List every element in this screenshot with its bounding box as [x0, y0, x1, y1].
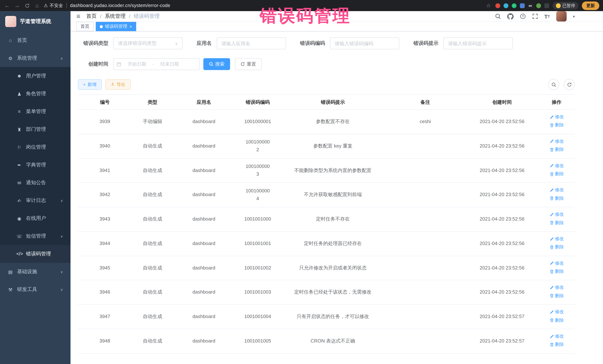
- close-icon[interactable]: ×: [129, 24, 132, 29]
- update-button[interactable]: 更新: [582, 1, 599, 10]
- github-icon[interactable]: [507, 13, 513, 20]
- delete-link[interactable]: 删除: [549, 219, 564, 226]
- sidebar-item-dictionary[interactable]: ✒字典管理: [0, 156, 70, 174]
- sidebar-item-label: 短信管理: [26, 233, 46, 240]
- sidebar-item-dev-tools[interactable]: ⚒研发工具∨: [0, 281, 70, 298]
- refresh-table-button[interactable]: [564, 79, 575, 90]
- cell-code: 1001000004: [234, 183, 281, 207]
- extension-on-badge-icon[interactable]: on: [528, 3, 533, 8]
- date-range-picker[interactable]: -: [113, 58, 200, 70]
- fullscreen-icon[interactable]: [532, 13, 538, 19]
- sidebar-item-notice[interactable]: ✉通知公告: [0, 174, 70, 192]
- extension-leaf-icon[interactable]: [536, 3, 541, 8]
- logo-row[interactable]: 芋道管理系统: [0, 11, 70, 32]
- sidebar-item-gear[interactable]: ⚙系统管理∧: [0, 49, 70, 67]
- extension-red-icon[interactable]: [495, 3, 500, 8]
- hamburger-icon[interactable]: ≡: [76, 12, 80, 20]
- sidebar-item-error-code[interactable]: </>错误码管理: [0, 245, 70, 263]
- delete-link[interactable]: 删除: [549, 170, 564, 177]
- sidebar-item-audit-log[interactable]: ✍审计日志∨: [0, 192, 70, 210]
- table-row: 3944自动生成dashboard1001001001定时任务的处理器已经存在2…: [78, 232, 575, 256]
- breadcrumb-item-home[interactable]: 首页: [86, 13, 97, 20]
- extension-green-check-icon[interactable]: ✓: [511, 3, 516, 8]
- cell-actions: 修改删除: [538, 134, 575, 158]
- cell-type: 自动生成: [132, 280, 173, 305]
- sidebar-item-sms[interactable]: ☏短信管理∨: [0, 227, 70, 245]
- sidebar-item-label: 部门管理: [26, 126, 46, 133]
- tab-home[interactable]: 首页: [76, 22, 93, 31]
- extension-pin-icon[interactable]: [544, 3, 549, 8]
- delete-link[interactable]: 删除: [549, 317, 564, 324]
- delete-link[interactable]: 删除: [549, 244, 564, 251]
- extension-teal-icon[interactable]: [503, 3, 508, 8]
- cell-type: 自动生成: [132, 305, 173, 329]
- back-icon[interactable]: ←: [4, 3, 10, 9]
- cell-id: 3942: [78, 183, 132, 207]
- paused-badge[interactable]: 已暂停: [552, 2, 579, 10]
- column-header: 创建时间: [466, 95, 538, 110]
- home-icon[interactable]: ⌂: [34, 3, 40, 9]
- tab-error-code[interactable]: 错误码管理 ×: [96, 22, 136, 31]
- security-warning[interactable]: ⚠ 不安全: [44, 2, 63, 9]
- font-size-icon[interactable]: TT: [544, 13, 550, 20]
- sidebar-item-home[interactable]: ⌂首页: [0, 32, 70, 49]
- cell-type: 自动生成: [132, 232, 173, 256]
- reset-button[interactable]: 重置: [235, 58, 262, 70]
- delete-link[interactable]: 删除: [549, 268, 564, 275]
- extension-blue-grid-icon[interactable]: [520, 3, 524, 8]
- edit-link[interactable]: 修改: [549, 162, 564, 169]
- delete-link[interactable]: 删除: [549, 341, 564, 348]
- edit-link[interactable]: 修改: [549, 333, 564, 340]
- breadcrumb: 首页 / 系统管理 / 错误码管理: [86, 13, 160, 20]
- error-code-input[interactable]: [330, 37, 399, 49]
- delete-link[interactable]: 删除: [549, 122, 564, 129]
- table-row: 3945自动生成dashboard1001001002只允许修改为开启或者关闭状…: [78, 256, 575, 280]
- bookmark-star-icon[interactable]: ☆: [485, 3, 492, 9]
- department-icon: ♜: [16, 127, 22, 132]
- breadcrumb-item-system[interactable]: 系统管理: [105, 13, 126, 20]
- avatar[interactable]: [556, 11, 567, 22]
- cell-code: 1001001005: [234, 329, 281, 353]
- sidebar-item-label: 研发工具: [17, 286, 37, 293]
- error-type-select[interactable]: 请选择错误码类型 ∨: [113, 37, 183, 49]
- sidebar-item-department[interactable]: ♜部门管理: [0, 121, 70, 138]
- sidebar-item-infrastructure[interactable]: ▤基础设施∨: [0, 263, 70, 281]
- edit-link[interactable]: 修改: [549, 187, 564, 194]
- url-bar[interactable]: dashboard.yudao.iocoder.cn/system/error-…: [70, 3, 170, 8]
- sidebar-item-online-user[interactable]: ◉在线用户: [0, 210, 70, 227]
- toggle-search-button[interactable]: [548, 79, 559, 90]
- tags-view: 首页 错误码管理 ×: [70, 22, 603, 32]
- delete-link[interactable]: 删除: [549, 146, 564, 153]
- sidebar-item-user[interactable]: ☻用户管理: [0, 67, 70, 85]
- forward-icon[interactable]: →: [14, 3, 20, 9]
- cell-type: 自动生成: [132, 158, 173, 183]
- add-button[interactable]: + 新增: [78, 79, 102, 90]
- export-button[interactable]: 导出: [105, 79, 131, 90]
- app-name-input[interactable]: [217, 37, 286, 49]
- help-icon[interactable]: ?: [520, 13, 526, 19]
- error-message-input[interactable]: [443, 37, 513, 49]
- sidebar-item-role[interactable]: ♟角色管理: [0, 85, 70, 103]
- logo-image: [5, 16, 16, 27]
- delete-link[interactable]: 删除: [549, 195, 564, 202]
- filter-label-code: 错误码编码: [300, 40, 325, 47]
- delete-link[interactable]: 删除: [549, 292, 564, 299]
- edit-link[interactable]: 修改: [549, 211, 564, 218]
- tab-label: 错误码管理: [105, 23, 127, 30]
- search-icon[interactable]: [495, 13, 501, 19]
- cell-id: 3943: [78, 207, 132, 232]
- content: 错误码类型 请选择错误码类型 ∨ 应用名 错误码编码 错误码提示 创建时间: [70, 32, 603, 364]
- search-button[interactable]: 搜索: [203, 58, 230, 70]
- sidebar-item-post[interactable]: ⚐岗位管理: [0, 138, 70, 156]
- sidebar-item-menu-list[interactable]: ≡菜单管理: [0, 103, 70, 121]
- end-date-input[interactable]: [155, 62, 185, 67]
- edit-link[interactable]: 修改: [549, 260, 564, 267]
- cell-id: 3948: [78, 329, 132, 353]
- edit-link[interactable]: 修改: [549, 309, 564, 316]
- start-date-input[interactable]: [122, 62, 152, 67]
- edit-link[interactable]: 修改: [549, 113, 564, 121]
- edit-link[interactable]: 修改: [549, 284, 564, 291]
- edit-link[interactable]: 修改: [549, 138, 564, 145]
- edit-link[interactable]: 修改: [549, 235, 564, 243]
- reload-icon[interactable]: [24, 3, 30, 8]
